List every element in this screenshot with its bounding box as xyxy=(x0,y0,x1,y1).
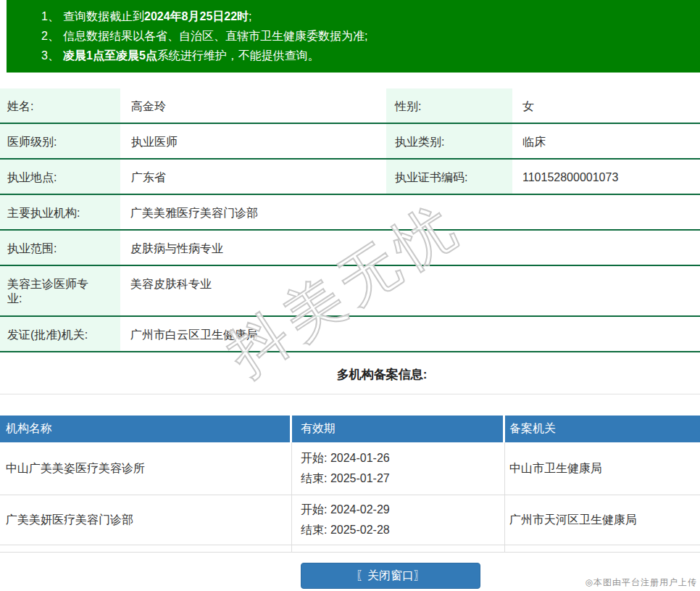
field-label-name: 姓名: xyxy=(0,88,120,123)
column-header-filing-authority: 备案机关 xyxy=(505,416,700,442)
validity-end: 结束: 2025-02-28 xyxy=(301,520,504,540)
field-value-name: 高金玲 xyxy=(120,88,386,123)
field-value-gender: 女 xyxy=(512,88,700,123)
field-label-practice-category: 执业类别: xyxy=(386,124,512,158)
filing-authority: 广州市天河区卫生健康局 xyxy=(505,495,700,545)
close-window-button[interactable]: 〖关闭窗口〗 xyxy=(301,563,480,589)
table-row-empty xyxy=(0,545,700,553)
filing-table-header: 机构名称 有效期 备案机关 xyxy=(0,416,700,442)
validity-period: 开始: 2024-01-26 结束: 2025-01-27 xyxy=(292,442,505,495)
institution-name: 中山广美美姿医疗美容诊所 xyxy=(0,442,292,495)
field-label-certificate-number: 执业证书编码: xyxy=(386,160,512,194)
notice-text-bold: 凌晨1点至凌晨5点 xyxy=(63,49,157,62)
multi-institution-section-title: 多机构备案信息: xyxy=(0,366,700,383)
filing-table: 机构名称 有效期 备案机关 中山广美美姿医疗美容诊所 开始: 2024-01-2… xyxy=(0,416,700,553)
validity-start: 开始: 2024-02-29 xyxy=(301,500,504,520)
notice-text: 系统进行维护，不能提供查询。 xyxy=(157,49,320,62)
notice-number: 2、 xyxy=(41,26,63,46)
field-label-practice-location: 执业地点: xyxy=(0,160,120,194)
field-value-practice-scope: 皮肤病与性病专业 xyxy=(120,231,700,265)
table-row: 美容主诊医师专业: 美容皮肤科专业 xyxy=(0,266,700,317)
notice-text: 信息数据结果以各省、自治区、直辖市卫生健康委数据为准; xyxy=(63,30,367,42)
column-header-validity-period: 有效期 xyxy=(292,416,505,442)
table-row: 中山广美美姿医疗美容诊所 开始: 2024-01-26 结束: 2025-01-… xyxy=(0,442,700,495)
field-value-certificate-number: 110152800001073 xyxy=(512,160,700,194)
table-row: 发证(批准)机关: 广州市白云区卫生健康局 xyxy=(0,317,700,352)
field-value-issuing-authority: 广州市白云区卫生健康局 xyxy=(120,317,700,351)
validity-end: 结束: 2025-01-27 xyxy=(301,468,504,489)
field-label-issuing-authority: 发证(批准)机关: xyxy=(0,317,120,351)
field-label-practice-scope: 执业范围: xyxy=(0,231,120,265)
validity-start: 开始: 2024-01-26 xyxy=(301,448,504,468)
validity-period: 开始: 2024-02-29 结束: 2025-02-28 xyxy=(292,495,505,545)
field-value-main-institution: 广美美雅医疗美容门诊部 xyxy=(120,195,700,229)
field-label-cosmetic-specialty: 美容主诊医师专业: xyxy=(0,266,120,315)
institution-name: 广美美妍医疗美容门诊部 xyxy=(0,495,292,545)
notice-number: 1、 xyxy=(41,7,63,26)
notice-line-2: 2、信息数据结果以各省、自治区、直辖市卫生健康委数据为准; xyxy=(41,26,700,46)
notice-line-3: 3、凌晨1点至凌晨5点系统进行维护，不能提供查询。 xyxy=(41,46,700,65)
column-header-institution-name: 机构名称 xyxy=(0,416,292,442)
table-row: 执业范围: 皮肤病与性病专业 xyxy=(0,231,700,266)
field-label-main-institution: 主要执业机构: xyxy=(0,195,120,229)
field-label-gender: 性别: xyxy=(386,88,512,123)
notice-line-1: 1、查询数据截止到2024年8月25日22时; xyxy=(41,7,700,26)
notice-text: 查询数据截止到 xyxy=(63,10,144,22)
section-divider xyxy=(0,394,700,394)
notice-number: 3、 xyxy=(41,46,63,65)
table-row: 医师级别: 执业医师 执业类别: 临床 xyxy=(0,124,700,160)
upload-credit-text: ◎本图由平台注册用户上传 xyxy=(586,576,697,589)
notice-banner: 1、查询数据截止到2024年8月25日22时; 2、信息数据结果以各省、自治区、… xyxy=(7,0,700,73)
filing-authority: 中山市卫生健康局 xyxy=(505,442,700,495)
notice-text-bold: 2024年8月25日22时 xyxy=(144,10,249,22)
table-row: 执业地点: 广东省 执业证书编码: 110152800001073 xyxy=(0,160,700,195)
field-label-physician-level: 医师级别: xyxy=(0,124,120,158)
table-row: 广美美妍医疗美容门诊部 开始: 2024-02-29 结束: 2025-02-2… xyxy=(0,495,700,545)
notice-text: ; xyxy=(249,10,251,22)
table-row: 主要执业机构: 广美美雅医疗美容门诊部 xyxy=(0,195,700,231)
physician-info-table: 姓名: 高金玲 性别: 女 医师级别: 执业医师 执业类别: 临床 执业地点: … xyxy=(0,88,700,352)
field-value-physician-level: 执业医师 xyxy=(120,124,386,158)
field-value-practice-location: 广东省 xyxy=(120,160,386,194)
field-value-practice-category: 临床 xyxy=(512,124,700,158)
field-value-cosmetic-specialty: 美容皮肤科专业 xyxy=(120,266,700,315)
table-row: 姓名: 高金玲 性别: 女 xyxy=(0,88,700,124)
